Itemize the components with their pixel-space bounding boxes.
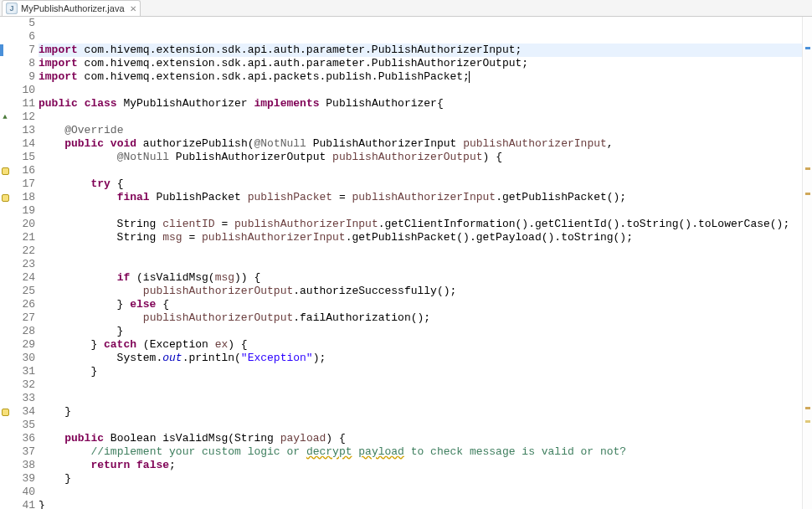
line-number: 23: [10, 258, 35, 271]
line-number: 10: [10, 84, 35, 97]
line-number: 17: [10, 177, 35, 191]
code-line[interactable]: publishAuthorizerOutput.authorizeSuccess…: [39, 285, 812, 298]
code-line[interactable]: [39, 164, 812, 177]
code-line[interactable]: @NotNull PublishAuthorizerOutput publish…: [39, 151, 812, 164]
code-area[interactable]: import com.hivemq.extension.sdk.api.auth…: [39, 17, 812, 509]
code-line[interactable]: import com.hivemq.extension.sdk.api.auth…: [39, 44, 812, 57]
code-line[interactable]: } else {: [39, 298, 812, 311]
gutter-marker: [0, 405, 10, 419]
code-line[interactable]: if (isValidMsg(msg)) {: [39, 271, 812, 285]
gutter-marker: [0, 70, 10, 84]
gutter-marker: [0, 124, 10, 137]
line-number: 9: [10, 70, 35, 84]
line-number: 29: [10, 338, 35, 352]
code-line[interactable]: [39, 244, 812, 258]
line-number: 24: [10, 271, 35, 285]
gutter-marker: [0, 177, 10, 191]
code-line[interactable]: [39, 84, 812, 97]
line-number: 6: [10, 30, 35, 44]
line-number: 18: [10, 191, 35, 204]
line-number: 5: [10, 17, 35, 30]
gutter-marker: [0, 298, 10, 311]
line-number: 8: [10, 57, 35, 70]
gutter-marker: [0, 445, 10, 459]
gutter-marker: [0, 271, 10, 285]
line-number: 33: [10, 392, 35, 405]
code-line[interactable]: try {: [39, 177, 812, 191]
code-line[interactable]: public void authorizePublish(@NotNull Pu…: [39, 137, 812, 151]
line-number: 7: [10, 44, 35, 57]
line-number: 21: [10, 231, 35, 244]
line-number: 11: [10, 97, 35, 111]
code-line[interactable]: @Override: [39, 124, 812, 137]
line-number: 35: [10, 419, 35, 432]
gutter-marker: [0, 97, 10, 111]
line-number: 14: [10, 137, 35, 151]
gutter-marker: [0, 244, 10, 258]
gutter-marker: [0, 84, 10, 97]
line-number: 22: [10, 244, 35, 258]
code-line[interactable]: String msg = publishAuthorizerInput.getP…: [39, 231, 812, 244]
line-number: 34: [10, 405, 35, 419]
gutter-marker: [0, 285, 10, 298]
gutter-marker: [0, 459, 10, 472]
gutter-marker: [0, 17, 10, 30]
java-file-icon: J: [6, 3, 18, 14]
gutter-marker: [0, 258, 10, 271]
code-line[interactable]: } catch (Exception ex) {: [39, 338, 812, 352]
editor-tab[interactable]: J MyPublishAuthorizer.java ✕: [2, 0, 141, 16]
code-line[interactable]: }: [39, 325, 812, 338]
tab-filename: MyPublishAuthorizer.java: [21, 3, 125, 13]
gutter-marker: [0, 57, 10, 70]
code-line[interactable]: final PublishPacket publishPacket = publ…: [39, 191, 812, 204]
code-line[interactable]: [39, 419, 812, 432]
warning-icon: [2, 167, 9, 175]
line-number: 30: [10, 352, 35, 365]
code-line[interactable]: publishAuthorizerOutput.failAuthorizatio…: [39, 311, 812, 325]
gutter-marker: [0, 378, 10, 392]
code-line[interactable]: }: [39, 405, 812, 419]
code-line[interactable]: //implement your custom logic or decrypt…: [39, 445, 812, 459]
line-number: 38: [10, 459, 35, 472]
gutter-marker: [0, 472, 10, 486]
override-icon: ▲: [3, 111, 7, 124]
line-number: 28: [10, 325, 35, 338]
warning-icon: [2, 409, 9, 416]
code-line[interactable]: }: [39, 499, 812, 509]
gutter-marker: [0, 204, 10, 218]
code-line[interactable]: import com.hivemq.extension.sdk.api.auth…: [39, 57, 812, 70]
gutter-marker: ▲: [0, 111, 10, 124]
close-icon[interactable]: ✕: [128, 4, 136, 13]
gutter-marker: [0, 365, 10, 378]
code-line[interactable]: [39, 392, 812, 405]
gutter-marker: [0, 44, 10, 57]
gutter-marker: [0, 164, 10, 177]
code-line[interactable]: [39, 111, 812, 124]
line-number: 39: [10, 472, 35, 486]
gutter-marker: [0, 30, 10, 44]
code-line[interactable]: import com.hivemq.extension.sdk.api.pack…: [39, 70, 812, 84]
line-number: 25: [10, 285, 35, 298]
marker-column: ▲: [0, 17, 10, 509]
code-line[interactable]: }: [39, 472, 812, 486]
gutter-marker: [0, 338, 10, 352]
line-number: 36: [10, 432, 35, 445]
gutter-marker: [0, 137, 10, 151]
code-line[interactable]: [39, 378, 812, 392]
code-line[interactable]: [39, 258, 812, 271]
code-line[interactable]: }: [39, 365, 812, 378]
code-editor[interactable]: ▲ 56789101112131415161718192021222324252…: [0, 17, 812, 509]
code-line[interactable]: public class MyPublishAuthorizer impleme…: [39, 97, 812, 111]
line-number: 12: [10, 111, 35, 124]
code-line[interactable]: return false;: [39, 459, 812, 472]
code-line[interactable]: [39, 204, 812, 218]
code-line[interactable]: [39, 486, 812, 499]
code-line[interactable]: public Boolean isValidMsg(String payload…: [39, 432, 812, 445]
gutter-marker: [0, 231, 10, 244]
code-line[interactable]: String clientID = publishAuthorizerInput…: [39, 218, 812, 231]
change-marker-icon: [0, 44, 3, 56]
gutter-marker: [0, 151, 10, 164]
gutter-marker: [0, 392, 10, 405]
code-line[interactable]: System.out.println("Exception");: [39, 352, 812, 365]
line-number: 15: [10, 151, 35, 164]
